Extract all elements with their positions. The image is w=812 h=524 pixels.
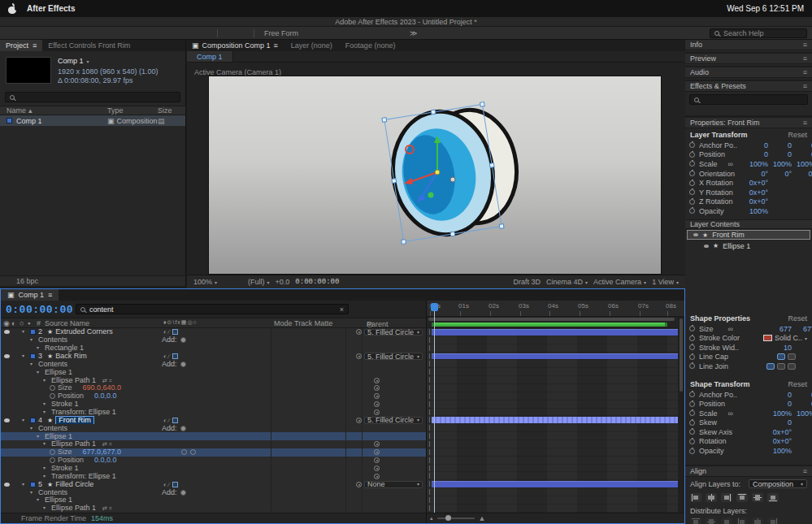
comp-current-time[interactable]: 0:00:00:00 (295, 278, 339, 286)
panel-menu-icon[interactable]: ≡ (803, 68, 807, 76)
panel-menu-icon[interactable]: ≡ (803, 467, 807, 475)
pickwhip-icon[interactable] (374, 466, 380, 471)
panel-menu-icon[interactable]: ≡ (48, 291, 52, 299)
option-icon-button[interactable] (788, 353, 796, 360)
option-icon-button[interactable] (777, 353, 785, 360)
row-label[interactable]: Ellipse Path 1 (51, 505, 96, 512)
layer-duration-bar[interactable] (432, 481, 684, 487)
stopwatch-icon[interactable] (689, 354, 695, 360)
align-horizontal-center-button[interactable] (706, 493, 717, 502)
property-row[interactable]: Stroke Wid.. ∞ 10 ▾ (685, 343, 812, 353)
viewer-tab-comp1[interactable]: Comp 1 (187, 51, 233, 62)
3d-layer-switch[interactable] (172, 329, 178, 335)
property-value[interactable]: 100% (768, 409, 792, 418)
timeline-graph-row[interactable] (427, 472, 684, 480)
timeline-graph-row[interactable] (427, 480, 684, 488)
row-label[interactable]: Contents (38, 361, 67, 368)
twirl-icon[interactable]: ▾ (22, 353, 28, 360)
apple-menu-icon[interactable] (8, 4, 17, 14)
add-property-button[interactable] (180, 490, 186, 496)
timeline-graph-row[interactable] (427, 368, 684, 376)
property-value[interactable] (768, 188, 792, 197)
property-row[interactable]: Opacity ∞ 100% ▾ (685, 446, 812, 456)
timeline-graph-row[interactable] (427, 409, 684, 417)
row-label[interactable]: Ellipse Path 1 (51, 440, 96, 448)
twirl-icon[interactable]: ▾ (30, 489, 36, 496)
column-track-matte[interactable]: Track Matte (294, 319, 332, 327)
twirl-icon[interactable]: ▾ (43, 401, 49, 408)
eye-icon[interactable] (4, 330, 10, 334)
time-navigator-bar[interactable] (428, 318, 675, 321)
tab-effect-controls[interactable]: Effect Controls Front Rim (42, 40, 136, 51)
property-value[interactable] (745, 325, 768, 333)
property-value[interactable]: 0 (768, 391, 792, 399)
timeline-graph-row[interactable] (427, 401, 684, 409)
zoom-slider[interactable] (437, 518, 475, 519)
panel-menu-icon[interactable]: ≡ (274, 41, 278, 50)
property-value[interactable] (745, 447, 768, 455)
property-value[interactable]: 0x+0° (768, 428, 792, 436)
stroke-type-select[interactable]: Solid C.. (775, 334, 802, 342)
pickwhip-icon[interactable] (374, 409, 380, 415)
comp-name[interactable]: Comp 1 (58, 57, 84, 65)
twirl-icon[interactable]: ▾ (30, 361, 36, 368)
twirl-icon[interactable]: ▾ (37, 496, 42, 504)
stopwatch-icon[interactable] (689, 448, 695, 454)
property-value[interactable]: 0 (745, 141, 768, 149)
option-icon-button[interactable] (777, 363, 785, 370)
row-label[interactable]: Ellipse 1 (45, 369, 72, 376)
property-value[interactable] (745, 437, 768, 445)
property-value[interactable] (768, 207, 792, 215)
row-label[interactable]: Size (58, 384, 72, 392)
property-value[interactable] (792, 418, 812, 427)
add-property-button[interactable] (180, 426, 186, 431)
tab-composition[interactable]: ▣ Composition Comp 1 ≡ (192, 41, 278, 50)
project-item-row[interactable]: Comp 1 ▣Composition ▤ (0, 115, 185, 126)
eye-icon[interactable] (4, 418, 10, 422)
property-value[interactable]: 0x+0° (768, 437, 792, 445)
stopwatch-icon[interactable] (689, 363, 695, 369)
property-row[interactable]: Orientation ∞ 0° 0° 0° ▾ (685, 169, 812, 179)
stopwatch-icon[interactable] (689, 392, 695, 397)
reset-button[interactable]: Reset (788, 314, 807, 323)
column-name[interactable]: Name▴ (7, 106, 107, 115)
property-value[interactable] (768, 179, 792, 187)
stopwatch-icon[interactable] (50, 449, 55, 455)
option-icon-button[interactable] (766, 363, 775, 370)
row-label[interactable]: Filled Circle (55, 481, 93, 488)
twirl-icon[interactable]: ▾ (37, 433, 42, 440)
property-value[interactable]: 100% (745, 207, 768, 215)
view-layout-select[interactable]: 1 View▾ (652, 278, 679, 286)
row-label[interactable]: Back Rim (55, 353, 87, 360)
video-column-icon[interactable]: ◉ (3, 319, 10, 327)
property-value[interactable]: 100% (745, 160, 768, 168)
stopwatch-icon[interactable] (689, 439, 695, 444)
twirl-icon[interactable]: ▾ (43, 377, 49, 384)
align-bottom-button[interactable] (767, 493, 779, 502)
property-value[interactable]: 0° (768, 170, 792, 178)
label-color-chip[interactable] (30, 329, 36, 335)
panel-title[interactable]: Audio (690, 68, 709, 76)
layer-duration-bar[interactable] (432, 329, 684, 336)
row-label[interactable]: Position (58, 457, 84, 464)
3d-layer-switch[interactable] (172, 482, 178, 487)
3d-layer-switch[interactable] (172, 418, 178, 423)
row-label[interactable]: Size (58, 448, 72, 456)
row-label[interactable]: Rectangle 1 (45, 344, 84, 352)
property-value[interactable]: 0 (745, 150, 768, 158)
label-color-chip[interactable] (30, 353, 36, 359)
lock-column-icon[interactable]: ▪ (28, 319, 30, 327)
twirl-icon[interactable]: ▾ (37, 369, 42, 376)
twirl-icon[interactable]: ▾ (43, 409, 49, 416)
property-value[interactable]: 0.0,0.0 (94, 392, 117, 400)
property-value[interactable]: 100% (768, 447, 792, 455)
project-bit-depth[interactable]: 16 bpc (16, 277, 38, 285)
menu-bar-clock[interactable]: Wed Sep 6 12:51 PM (727, 4, 804, 13)
property-value[interactable] (768, 197, 792, 206)
timeline-row[interactable]: ▾ ★ Contents ⇄ = Add: ◐ ⁄ (1, 424, 426, 432)
property-row[interactable]: Size ∞ 677 677 ▾ (685, 324, 812, 334)
row-label[interactable]: Extruded Corners (55, 328, 113, 336)
time-ruler[interactable]: :00s01s02s03s04s05s06s07s08s (427, 301, 684, 317)
property-value[interactable]: 677.0,677.0 (83, 448, 122, 456)
stopwatch-icon[interactable] (689, 344, 695, 350)
